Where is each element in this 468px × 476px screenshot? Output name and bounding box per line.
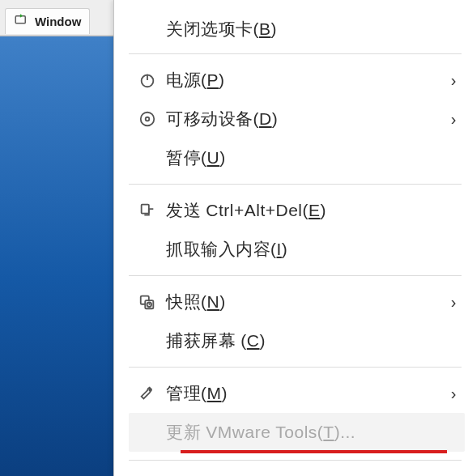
menu-label: 关闭选项卡(B) xyxy=(166,18,442,40)
power-icon xyxy=(129,71,166,89)
menu-separator xyxy=(129,275,462,276)
svg-point-3 xyxy=(141,113,155,126)
send-icon xyxy=(129,202,166,219)
menu-item-close-tab[interactable]: 关闭选项卡(B) xyxy=(129,11,465,47)
menu-separator xyxy=(129,184,462,185)
svg-point-4 xyxy=(146,117,150,121)
menu-item-pause[interactable]: 暂停(U) xyxy=(129,138,465,177)
menu-label: 暂停(U) xyxy=(166,147,442,169)
menu-label: 可移动设备(D) xyxy=(166,108,442,130)
menu-label: 管理(M) xyxy=(166,382,442,405)
menu-item-manage[interactable]: 管理(M) › xyxy=(129,374,465,413)
menu-label: 抓取输入内容(I) xyxy=(166,238,442,261)
submenu-arrow-icon: › xyxy=(442,71,465,90)
menu-item-power[interactable]: 电源(P) › xyxy=(129,61,465,100)
menu-label: 更新 VMware Tools(T)... xyxy=(166,421,442,444)
menu-item-send-ctrl-alt-del[interactable]: 发送 Ctrl+Alt+Del(E) xyxy=(129,191,465,230)
menu-separator xyxy=(129,367,462,368)
menu-separator xyxy=(129,53,462,54)
submenu-arrow-icon: › xyxy=(442,385,465,403)
vm-tab-icon xyxy=(14,13,28,30)
menu-item-removable-devices[interactable]: 可移动设备(D) › xyxy=(129,100,465,138)
menu-label: 电源(P) xyxy=(166,69,442,91)
vm-tab[interactable]: Window xyxy=(5,8,90,34)
svg-rect-5 xyxy=(142,205,149,214)
submenu-arrow-icon: › xyxy=(442,110,465,129)
vm-tab-title: Window xyxy=(35,15,81,28)
context-menu: 关闭选项卡(B) 电源(P) › 可移动设备(D) › 暂停(U) xyxy=(113,0,468,476)
menu-separator xyxy=(129,460,462,461)
wrench-icon xyxy=(129,385,166,402)
highlight-underline xyxy=(181,450,447,453)
menu-item-snapshot[interactable]: 快照(N) › xyxy=(129,283,465,321)
menu-item-update-vmware-tools: 更新 VMware Tools(T)... xyxy=(129,413,465,452)
menu-label: 快照(N) xyxy=(166,291,442,313)
menu-item-capture-screen[interactable]: 捕获屏幕 (C) xyxy=(129,321,465,360)
menu-item-grab-input[interactable]: 抓取输入内容(I) xyxy=(129,230,465,269)
snapshot-icon xyxy=(129,293,166,311)
submenu-arrow-icon: › xyxy=(442,293,465,312)
disc-icon xyxy=(129,110,166,128)
svg-point-9 xyxy=(149,389,151,391)
menu-label: 发送 Ctrl+Alt+Del(E) xyxy=(166,199,442,222)
menu-label: 捕获屏幕 (C) xyxy=(166,329,442,352)
menu-item-settings[interactable]: 设置(S)... xyxy=(129,467,465,476)
